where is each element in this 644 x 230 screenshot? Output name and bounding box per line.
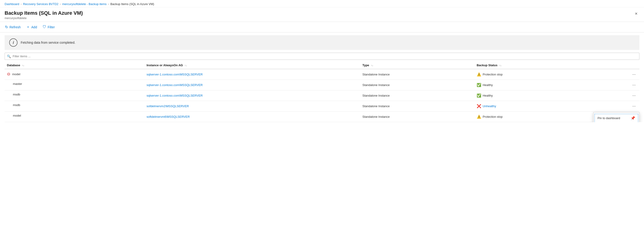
breadcrumb-current: Backup Items (SQL in Azure VM) bbox=[110, 2, 154, 6]
pin-to-dashboard-label: Pin to dashboard bbox=[598, 116, 620, 120]
cell-instance: sqlserver-1.contoso.com\MSSQLSERVER bbox=[144, 69, 360, 80]
cell-more: ··· bbox=[602, 101, 640, 112]
col-header-database: Database ↑↓ bbox=[4, 62, 144, 69]
cell-status: ❌Unhealthy bbox=[474, 101, 602, 112]
filter-bar: 🔍 bbox=[4, 53, 640, 60]
filter-button[interactable]: ⛉ Filter bbox=[42, 24, 55, 30]
add-button[interactable]: ＋ Add bbox=[26, 24, 38, 30]
table-row: modelsoftdelmervm6\MSSQLSERVERStandalone… bbox=[4, 112, 640, 122]
instance-link[interactable]: softdelmervm6\MSSQLSERVER bbox=[146, 115, 190, 118]
cell-type: Standalone Instance bbox=[360, 90, 474, 101]
instance-link[interactable]: sqlserver-1.contoso.com\MSSQLSERVER bbox=[146, 94, 203, 97]
cell-database: model bbox=[4, 112, 144, 120]
cell-more: ··· bbox=[602, 80, 640, 90]
table-row: mastersqlserver-1.contoso.com\MSSQLSERVE… bbox=[4, 80, 640, 90]
database-name: master bbox=[13, 82, 22, 86]
sort-icon-instance[interactable]: ↑↓ bbox=[184, 64, 187, 67]
cell-type: Standalone Instance bbox=[360, 112, 474, 122]
table-row: msdbsofdelmervm2\MSSQLSERVERStandalone I… bbox=[4, 101, 640, 112]
breadcrumb: Dashboard › Recovery Services BVTD2 › me… bbox=[0, 0, 644, 7]
backup-items-table: Database ↑↓ Instance or AlwaysOn AG ↑↓ T… bbox=[4, 62, 640, 122]
cell-type: Standalone Instance bbox=[360, 101, 474, 112]
breadcrumb-sep-2: › bbox=[60, 2, 61, 6]
status-protection: ⚠️Protection stop bbox=[477, 72, 599, 77]
add-icon: ＋ bbox=[26, 25, 30, 29]
cell-instance: sqlserver-1.contoso.com\MSSQLSERVER bbox=[144, 90, 360, 101]
page-header: Backup Items (SQL in Azure VM) mercuryso… bbox=[0, 7, 644, 22]
cell-database: master bbox=[4, 80, 144, 88]
more-button[interactable]: ··· bbox=[631, 93, 637, 98]
status-healthy: ✅Healthy bbox=[477, 93, 599, 98]
more-button[interactable]: ··· bbox=[631, 71, 637, 77]
toolbar: ↻ Refresh ＋ Add ⛉ Filter bbox=[0, 22, 644, 32]
breadcrumb-sep-1: › bbox=[21, 2, 22, 6]
cell-instance: sqlserver-1.contoso.com\MSSQLSERVER bbox=[144, 80, 360, 90]
cell-status: ✅Healthy bbox=[474, 90, 602, 101]
status-protection: ⚠️Protection stop bbox=[477, 115, 599, 119]
sort-icon-type[interactable]: ↑↓ bbox=[371, 64, 373, 67]
more-button[interactable]: ··· bbox=[631, 82, 637, 88]
col-header-more bbox=[602, 62, 640, 69]
filter-input[interactable] bbox=[4, 53, 640, 60]
more-button[interactable]: ··· bbox=[631, 103, 637, 109]
warning-icon: ⚠️ bbox=[477, 115, 481, 119]
table-row: ⊖modelsqlserver-1.contoso.com\MSSQLSERVE… bbox=[4, 69, 640, 80]
refresh-button[interactable]: ↻ Refresh bbox=[4, 24, 21, 30]
page-title-block: Backup Items (SQL in Azure VM) mercuryso… bbox=[4, 10, 83, 20]
database-name: model bbox=[12, 72, 20, 76]
status-text[interactable]: Unhealthy bbox=[483, 104, 496, 108]
page-subtitle: mercurysoftdelete bbox=[4, 16, 83, 20]
col-header-type: Type ↑↓ bbox=[360, 62, 474, 69]
error-icon: ⊖ bbox=[7, 71, 10, 77]
info-icon: i bbox=[9, 38, 18, 47]
cell-database: ⊖model bbox=[4, 69, 144, 79]
cell-type: Standalone Instance bbox=[360, 69, 474, 80]
cell-instance: sofdelmervm2\MSSQLSERVER bbox=[144, 101, 360, 112]
breadcrumb-recovery[interactable]: Recovery Services BVTD2 bbox=[23, 2, 58, 6]
instance-link[interactable]: sqlserver-1.contoso.com\MSSQLSERVER bbox=[146, 83, 203, 87]
status-text: Protection stop bbox=[483, 115, 503, 118]
filter-label: Filter bbox=[48, 25, 55, 29]
table-row: msdbsqlserver-1.contoso.com\MSSQLSERVERS… bbox=[4, 90, 640, 101]
sort-icon-status[interactable]: ↑↓ bbox=[499, 64, 502, 67]
col-header-status: Backup Status ↑↓ bbox=[474, 62, 602, 69]
add-label: Add bbox=[31, 25, 37, 29]
refresh-label: Refresh bbox=[10, 25, 21, 29]
info-message: Fetching data from service completed. bbox=[21, 41, 75, 44]
cell-status: ⚠️Protection stop bbox=[474, 112, 602, 122]
status-text: Healthy bbox=[483, 94, 493, 97]
info-bar: i Fetching data from service completed. bbox=[4, 35, 640, 50]
status-text: Healthy bbox=[483, 83, 493, 87]
unhealthy-icon: ❌ bbox=[477, 104, 481, 108]
warning-icon: ⚠️ bbox=[477, 72, 481, 77]
cell-database: msdb bbox=[4, 90, 144, 98]
instance-link[interactable]: sofdelmervm2\MSSQLSERVER bbox=[146, 104, 189, 108]
breadcrumb-backup-items[interactable]: mercurysoftdelete - Backup items bbox=[62, 2, 106, 6]
database-name: msdb bbox=[13, 93, 20, 96]
pin-icon: 📌 bbox=[631, 116, 635, 120]
context-menu-pin-to-dashboard[interactable]: Pin to dashboard📌 bbox=[594, 114, 638, 122]
breadcrumb-dashboard[interactable]: Dashboard bbox=[4, 2, 19, 6]
close-button[interactable]: × bbox=[633, 10, 640, 17]
database-name: msdb bbox=[13, 103, 20, 107]
search-icon: 🔍 bbox=[7, 54, 11, 58]
status-unhealthy: ❌Unhealthy bbox=[477, 104, 599, 108]
cell-more: ··· bbox=[602, 90, 640, 101]
cell-database: msdb bbox=[4, 101, 144, 109]
sort-icon-database[interactable]: ↑↓ bbox=[22, 64, 24, 67]
context-menu: Pin to dashboard📌Backup nowRestoreStop b… bbox=[593, 112, 640, 122]
instance-link[interactable]: sqlserver-1.contoso.com\MSSQLSERVER bbox=[146, 73, 203, 76]
table-container: Database ↑↓ Instance or AlwaysOn AG ↑↓ T… bbox=[4, 62, 640, 122]
database-name: model bbox=[13, 114, 21, 117]
check-icon: ✅ bbox=[477, 83, 481, 87]
col-header-instance: Instance or AlwaysOn AG ↑↓ bbox=[144, 62, 360, 69]
page-title: Backup Items (SQL in Azure VM) bbox=[4, 10, 83, 16]
cell-type: Standalone Instance bbox=[360, 80, 474, 90]
check-icon: ✅ bbox=[477, 93, 481, 98]
cell-more: ··· bbox=[602, 69, 640, 80]
cell-instance: softdelmervm6\MSSQLSERVER bbox=[144, 112, 360, 122]
table-header-row: Database ↑↓ Instance or AlwaysOn AG ↑↓ T… bbox=[4, 62, 640, 69]
refresh-icon: ↻ bbox=[5, 25, 8, 29]
cell-status: ✅Healthy bbox=[474, 80, 602, 90]
status-text: Protection stop bbox=[483, 73, 503, 76]
